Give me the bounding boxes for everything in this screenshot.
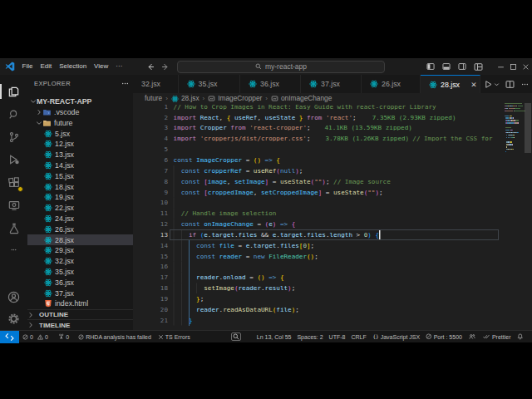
breadcrumb-item[interactable]: onImageChange (281, 94, 332, 102)
status-text: JavaScript JSX (381, 334, 420, 340)
status-prettier[interactable]: Prettier (482, 333, 511, 340)
tree-item-15-jsx[interactable]: 15.jsx (27, 170, 133, 181)
symbol-icon (208, 95, 215, 102)
tree-item-24-jsx[interactable]: 24.jsx (27, 214, 133, 224)
status-cursor-position[interactable]: Ln 13, Col 55 (257, 334, 292, 340)
status-encoding[interactable]: UTF-8 (329, 334, 346, 340)
minimap-line (518, 122, 519, 123)
tree-item--vscode[interactable]: .vscode (27, 107, 133, 118)
status-errors[interactable]: 0 (22, 334, 33, 340)
tree-item-19-jsx[interactable]: 19.jsx (27, 192, 133, 203)
activity-extensions-icon[interactable] (0, 173, 27, 193)
tree-item-5-jsx[interactable]: 5.jsx (27, 128, 133, 139)
tree-item-28-jsx[interactable]: 28.jsx (27, 234, 133, 245)
code-token: reader (219, 253, 242, 260)
toggle-panel-icon[interactable] (442, 62, 451, 71)
customize-layout-icon[interactable] (474, 62, 483, 71)
breadcrumb-item[interactable]: ImageCropper (218, 94, 262, 102)
title-bar: FileEditSelectionView··· my-react-app (0, 58, 532, 75)
react-file-icon (43, 204, 52, 212)
tab-28-jsx[interactable]: 28.jsx✕ (421, 75, 480, 93)
tree-item-29-jsx[interactable]: 29.jsx (27, 245, 133, 256)
run-button[interactable] (484, 80, 500, 89)
code-editor[interactable]: 1// How to Crop Images in React: Easy Gu… (133, 103, 532, 330)
code-token: const (196, 253, 215, 260)
command-center-search[interactable]: my-react-app (177, 61, 385, 73)
tab-26-jsx[interactable]: 26.jsx (362, 75, 421, 93)
menu-selection[interactable]: Selection (56, 58, 91, 75)
forward-arrow-icon[interactable] (160, 62, 170, 71)
tab-close-icon[interactable]: ✕ (470, 81, 478, 89)
react-file-icon (43, 257, 52, 265)
tree-item-18-jsx[interactable]: 18.jsx (27, 181, 133, 192)
tree-root-folder[interactable]: MY-REACT-APP (27, 96, 133, 107)
toggle-sidebar-icon[interactable] (426, 62, 435, 71)
close-window-button[interactable] (520, 63, 532, 71)
split-editor-icon[interactable] (505, 80, 515, 89)
minimize-button[interactable] (495, 63, 507, 71)
activity-source-control-icon[interactable] (0, 127, 27, 147)
status-language[interactable]: {}JavaScript JSX (372, 333, 420, 340)
editor-actions (484, 75, 530, 93)
line-content: reader.onload = () => { (174, 273, 284, 283)
tab-36-jsx[interactable]: 36.jsx (240, 75, 301, 93)
activity-settings-icon[interactable] (0, 308, 27, 328)
activity-search-icon[interactable] (0, 105, 27, 125)
minimap[interactable] (504, 103, 525, 163)
status-search-item[interactable] (231, 332, 241, 341)
breadcrumb-item[interactable]: 28.jsx (181, 94, 200, 102)
back-arrow-icon[interactable] (146, 62, 155, 71)
menu-more[interactable]: ··· (112, 58, 126, 75)
tree-item-12-jsx[interactable]: 12.jsx (27, 139, 133, 150)
code-token: , (227, 178, 234, 185)
status-text: RHDA analysis has failed (86, 334, 151, 340)
tree-item-35-jsx[interactable]: 35.jsx (27, 267, 133, 278)
status-indentation[interactable]: Spaces: 2 (297, 334, 323, 340)
tree-item-22-jsx[interactable]: 22.jsx (27, 203, 133, 214)
double-check-icon (482, 333, 490, 340)
tree-item-index-html[interactable]: index.html (27, 298, 133, 309)
tab-35-jsx[interactable]: 35.jsx (179, 75, 241, 93)
line-number: 3 (133, 123, 168, 134)
toggle-secondary-sidebar-icon[interactable] (458, 62, 466, 71)
status-notifications[interactable] (517, 333, 524, 340)
status-warnings[interactable]: 0 (37, 334, 48, 340)
tree-item-future[interactable]: future (27, 117, 133, 128)
status-people[interactable] (468, 333, 476, 340)
tab-37-jsx[interactable]: 37.jsx (301, 75, 362, 93)
breadcrumb-item[interactable]: future (145, 94, 162, 102)
maximize-button[interactable] (507, 63, 520, 71)
menu-edit[interactable]: Edit (37, 58, 56, 75)
tree-item-14-jsx[interactable]: 14.jsx (27, 160, 133, 171)
tree-item-26-jsx[interactable]: 26.jsx (27, 224, 133, 234)
menu-view[interactable]: View (91, 58, 112, 75)
tab-32-jsx[interactable]: 32.jsx (133, 75, 179, 93)
status-rhda[interactable]: RHDA analysis has failed (78, 334, 151, 340)
more-actions-icon[interactable] (520, 81, 530, 88)
file-name: 28.jsx (55, 236, 74, 244)
activity-testing-icon[interactable] (0, 219, 27, 239)
editor-scrollbar[interactable] (525, 103, 531, 153)
activity-more-icon[interactable] (0, 239, 27, 259)
sidebar-section-timeline[interactable]: TIMELINE (27, 319, 133, 329)
tree-item-37-jsx[interactable]: 37.jsx (27, 288, 133, 298)
status-remote[interactable] (0, 331, 19, 343)
activity-run-debug-icon[interactable] (0, 150, 27, 170)
menu-file[interactable]: File (18, 58, 37, 75)
activity-remote-preview-icon[interactable] (0, 195, 27, 215)
status-eol[interactable]: CRLF (351, 334, 366, 340)
extensions-warning-badge (17, 186, 23, 192)
status-port[interactable]: Port : 5500 (426, 333, 462, 340)
tree-item-13-jsx[interactable]: 13.jsx (27, 150, 133, 160)
activity-explorer-icon[interactable] (0, 81, 27, 101)
tree-item-36-jsx[interactable]: 36.jsx (27, 277, 133, 288)
status-ts-errors[interactable]: TS Errors (158, 334, 190, 340)
tree-item-32-jsx[interactable]: 32.jsx (27, 256, 133, 267)
explorer-more-actions-icon[interactable] (121, 80, 130, 87)
breadcrumb-separator: › (165, 95, 169, 102)
code-token: const (181, 178, 200, 185)
sidebar-section-outline[interactable]: OUTLINE (27, 309, 133, 319)
status-tower[interactable]: 0 (58, 333, 69, 340)
activity-account-icon[interactable] (0, 287, 27, 307)
code-token: FileReader (268, 253, 307, 260)
